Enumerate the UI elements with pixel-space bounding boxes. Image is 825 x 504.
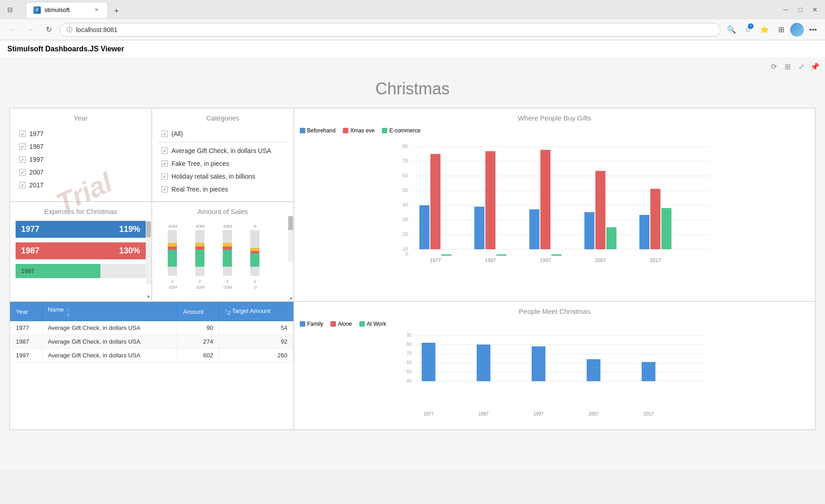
cat-fake-tree[interactable]: ✓ Fake Tree, in pieces bbox=[158, 157, 288, 170]
sales-scroll-down[interactable]: ▼ bbox=[289, 296, 293, 301]
cell-year-0: 1977 bbox=[11, 321, 42, 335]
sales-scrollbar[interactable] bbox=[288, 216, 293, 262]
collections-button[interactable]: ⭐ bbox=[757, 22, 772, 37]
tab-close-button[interactable]: ✕ bbox=[92, 6, 100, 14]
settings-button[interactable]: ••• bbox=[806, 22, 820, 37]
cat-label-avg-gift: Average Gift Check, in dollars USA bbox=[171, 147, 271, 154]
expenses-panel-title: Expenses for Christmas bbox=[16, 208, 146, 215]
svg-text:50: 50 bbox=[407, 369, 412, 374]
legend-at-work: At Work bbox=[359, 321, 386, 327]
svg-text:2017: 2017 bbox=[644, 411, 654, 416]
forward-button[interactable]: → bbox=[23, 22, 38, 37]
svg-text:30: 30 bbox=[402, 217, 408, 222]
svg-text:80: 80 bbox=[407, 342, 412, 347]
data-table-panel: Year Name ↑1 Amount bbox=[10, 301, 294, 430]
legend-dot-ecommerce bbox=[382, 128, 387, 133]
close-button[interactable]: ✕ bbox=[808, 3, 821, 16]
legend-label-alone: Alone bbox=[338, 321, 352, 327]
checkbox-real-tree[interactable]: ✓ bbox=[161, 186, 168, 192]
legend-label-xmas-eve: Xmas eve bbox=[350, 127, 374, 134]
refresh-button[interactable]: ↻ bbox=[41, 22, 56, 37]
svg-rect-19 bbox=[441, 254, 451, 256]
year-label-1987: 1987 bbox=[29, 143, 44, 150]
year-item-2017[interactable]: ✓ 2017 bbox=[16, 179, 146, 192]
sales-panel-title: Amount of Sales bbox=[158, 208, 288, 215]
url-text: localhost:8081 bbox=[76, 26, 117, 33]
year-label-2017: 2017 bbox=[29, 181, 44, 189]
profile-avatar[interactable] bbox=[790, 23, 804, 37]
url-bar[interactable]: ⓘ localhost:8081 bbox=[60, 23, 720, 37]
year-item-2007[interactable]: ✓ 2007 bbox=[16, 166, 146, 179]
expense-year-1987: 1987 bbox=[21, 246, 39, 256]
svg-text:2007: 2007 bbox=[595, 257, 606, 263]
year-item-1977[interactable]: ✓ 1977 bbox=[16, 127, 146, 140]
checkbox-1977[interactable]: ✓ bbox=[19, 131, 26, 137]
col-target-amount[interactable]: ↑2 Target Amount bbox=[219, 302, 293, 321]
search-button[interactable]: 🔍 bbox=[724, 22, 739, 37]
checkbox-2017[interactable]: ✓ bbox=[19, 182, 26, 188]
svg-text:1987: 1987 bbox=[478, 411, 489, 416]
dashboard-content: Christmas Trial Year ✓ 1977 ✓ 1987 bbox=[0, 75, 825, 439]
legend-dot-at-work bbox=[359, 321, 365, 327]
table-row: 1977 Average Gift Check, in dollars USA … bbox=[11, 321, 293, 335]
expense-value-1987: 130% bbox=[119, 246, 140, 256]
svg-text:1997: 1997 bbox=[540, 257, 551, 263]
sidebar-toggle-button[interactable]: ⊟ bbox=[4, 3, 16, 16]
checkbox-holiday-retail[interactable]: ✓ bbox=[161, 173, 168, 180]
svg-text:-3: -3 bbox=[253, 285, 257, 290]
cat-avg-gift[interactable]: ✓ Average Gift Check, in dollars USA bbox=[158, 144, 288, 157]
categories-panel: Categories ✓ (All) ✓ Average Gift Check,… bbox=[152, 108, 294, 202]
back-button[interactable]: ← bbox=[5, 22, 19, 37]
svg-rect-17 bbox=[419, 205, 429, 249]
expense-year-1977: 1977 bbox=[21, 225, 39, 234]
checkbox-1997[interactable]: ✓ bbox=[19, 156, 26, 163]
cat-label-fake-tree: Fake Tree, in pieces bbox=[171, 160, 229, 167]
cat-all[interactable]: ✓ (All) bbox=[158, 127, 288, 140]
col-name[interactable]: Name ↑1 bbox=[42, 302, 177, 321]
sales-chart-svg: -63M 2 -32M -63M bbox=[158, 221, 288, 294]
year-item-1987[interactable]: ✓ 1987 bbox=[16, 140, 146, 153]
year-item-1997[interactable]: ✓ 1997 bbox=[16, 153, 146, 166]
browser-tab[interactable]: // stimulsoft ✕ bbox=[26, 2, 108, 18]
more-tools-button[interactable]: ⊞ bbox=[774, 22, 788, 37]
refresh-dashboard-button[interactable]: ⟳ bbox=[768, 61, 779, 72]
col-amount[interactable]: Amount bbox=[177, 302, 219, 321]
checkbox-fake-tree[interactable]: ✓ bbox=[161, 160, 168, 167]
expense-bar-1997: 1997 bbox=[16, 264, 146, 278]
minimize-button[interactable]: ─ bbox=[779, 3, 792, 16]
cat-holiday-retail[interactable]: ✓ Holiday retail sales, in billions bbox=[158, 170, 288, 183]
filter-button[interactable]: ⊞ bbox=[782, 61, 793, 72]
svg-text:-63M: -63M bbox=[223, 224, 232, 229]
legend-dot-beforehand bbox=[300, 128, 305, 133]
maximize-button[interactable]: □ bbox=[794, 3, 807, 16]
legend-alone: Alone bbox=[330, 321, 352, 327]
legend-family: Family bbox=[300, 321, 323, 327]
legend-label-family: Family bbox=[307, 321, 323, 327]
cell-amount-2: 602 bbox=[177, 349, 219, 362]
expand-button[interactable]: ⤢ bbox=[796, 61, 807, 72]
expenses-scroll-down[interactable]: ▼ bbox=[146, 292, 151, 301]
expenses-scrollbar[interactable] bbox=[146, 220, 151, 285]
checkbox-avg-gift[interactable]: ✓ bbox=[161, 148, 168, 154]
pin-button[interactable]: 📌 bbox=[809, 61, 820, 72]
gifts-panel: Where People Buy Gifts Beforehand Xmas e… bbox=[294, 108, 815, 301]
svg-text:0: 0 bbox=[405, 251, 408, 257]
svg-text:-32M: -32M bbox=[168, 285, 177, 290]
legend-label-beforehand: Beforehand bbox=[307, 127, 336, 134]
tab-favicon: // bbox=[33, 6, 41, 14]
cat-real-tree[interactable]: ✓ Real Tree, in pieces bbox=[158, 183, 288, 196]
checkbox-2007[interactable]: ✓ bbox=[19, 169, 26, 175]
cat-label-real-tree: Real Tree, in pieces bbox=[171, 186, 228, 193]
cell-name-2: Average Gift Check, in dollars USA bbox=[42, 349, 177, 362]
browser-window: ⊟ // stimulsoft ✕ + ─ □ ✕ ← → ↻ ⓘ localh… bbox=[0, 0, 825, 471]
svg-text:90: 90 bbox=[407, 333, 412, 338]
checkbox-1987[interactable]: ✓ bbox=[19, 143, 26, 150]
new-tab-button[interactable]: + bbox=[110, 5, 123, 18]
svg-text:2: 2 bbox=[198, 279, 201, 284]
checkbox-all[interactable]: ✓ bbox=[161, 131, 168, 137]
svg-rect-54 bbox=[223, 246, 232, 250]
col-year[interactable]: Year bbox=[11, 302, 42, 321]
favorites-star-button[interactable]: ☆5 bbox=[741, 22, 755, 37]
page-header: Stimulsoft Dashboards.JS Viewer bbox=[0, 40, 825, 58]
cell-name-1: Average Gift Check, in dollars USA bbox=[42, 335, 177, 349]
